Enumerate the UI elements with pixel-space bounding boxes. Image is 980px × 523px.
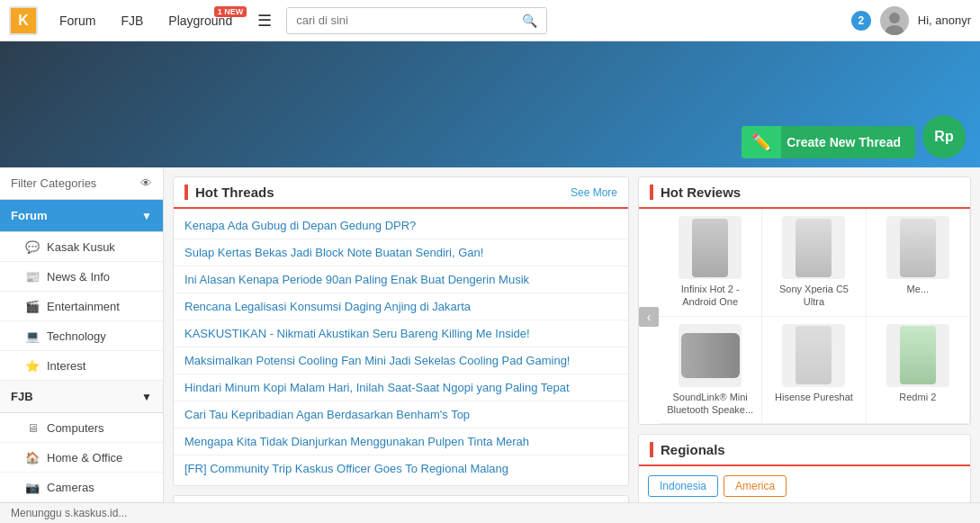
regionals-tags: Indonesia America xyxy=(639,466,970,506)
review-img-3 xyxy=(886,216,949,279)
sidebar-item-kasak-kusuk[interactable]: 💬 Kasak Kusuk xyxy=(0,232,163,262)
playground-badge: 1 NEW xyxy=(214,6,247,17)
status-text: Menunggu s.kaskus.id... xyxy=(11,507,127,519)
hot-threads-card: Hot Threads See More Kenapa Ada Gubug di… xyxy=(173,176,629,486)
rp-button[interactable]: Rp xyxy=(922,115,966,158)
sidebar: Filter Categories 👁 Forum ▼ 💬 Kasak Kusu… xyxy=(0,167,164,523)
sidebar-header-fjb[interactable]: FJB ▼ xyxy=(0,381,163,413)
review-img-hisense xyxy=(782,324,845,387)
reviews-grid: Infinix Hot 2 - Android One Sony Xperia … xyxy=(659,209,970,424)
regionals-card: Regionals Indonesia America xyxy=(638,434,971,507)
notification-badge[interactable]: 2 xyxy=(851,11,871,31)
review-item-sony[interactable]: Sony Xperia C5 Ultra xyxy=(762,209,866,317)
camera-icon: 📷 xyxy=(25,480,40,494)
nav-fjb[interactable]: FJB xyxy=(110,8,154,33)
thread-item[interactable]: Kenapa Ada Gubug di Depan Gedung DPR? xyxy=(174,212,628,239)
technology-icon: 💻 xyxy=(25,329,40,343)
search-input[interactable] xyxy=(287,8,513,32)
filter-label: Filter Categories xyxy=(11,176,96,190)
search-box: 🔍 xyxy=(286,7,547,34)
regionals-title: Regionals xyxy=(650,442,725,457)
review-name-soundlink: SoundLink® Mini Bluetooth Speake... xyxy=(666,391,754,417)
regional-tag-america[interactable]: America xyxy=(724,475,787,497)
thread-item[interactable]: Maksimalkan Potensi Cooling Fan Mini Jad… xyxy=(174,347,628,374)
thread-item[interactable]: Hindari Minum Kopi Malam Hari, Inilah Sa… xyxy=(174,374,628,401)
filter-icon[interactable]: 👁 xyxy=(140,176,152,190)
regionals-header: Regionals xyxy=(639,435,970,466)
status-bar: Menunggu s.kaskus.id... xyxy=(0,502,980,523)
thread-item[interactable]: KASKUSTIKAN - Nikmati Akustikan Seru Bar… xyxy=(174,320,628,347)
logo[interactable]: K xyxy=(9,6,38,35)
review-name-redmi: Redmi 2 xyxy=(874,391,962,403)
hot-threads-title: Hot Threads xyxy=(184,185,274,200)
review-item-soundlink[interactable]: SoundLink® Mini Bluetooth Speake... xyxy=(659,317,762,425)
nav-forum[interactable]: Forum xyxy=(49,8,106,33)
sidebar-header-forum[interactable]: Forum ▼ xyxy=(0,200,163,232)
review-name-3: Me... xyxy=(874,283,962,295)
top-nav: K Forum FJB Playground 1 NEW ☰ 🔍 2 Hi, a… xyxy=(0,0,980,41)
sidebar-item-interest[interactable]: ⭐ Interest xyxy=(0,351,163,381)
main-layout: Filter Categories 👁 Forum ▼ 💬 Kasak Kusu… xyxy=(0,167,980,523)
review-name-sony: Sony Xperia C5 Ultra xyxy=(769,283,858,309)
home-icon: 🏠 xyxy=(25,450,40,464)
reviews-title: Hot Reviews xyxy=(650,185,741,200)
sidebar-item-entertainment[interactable]: 🎬 Entertainment xyxy=(0,292,163,321)
review-name-hisense: Hisense Pureshat xyxy=(769,391,858,403)
thread-item[interactable]: Rencana Legalisasi Konsumsi Daging Anjin… xyxy=(174,293,628,320)
thread-item[interactable]: Sulap Kertas Bekas Jadi Block Note Buata… xyxy=(174,239,628,266)
sidebar-filter: Filter Categories 👁 xyxy=(0,167,163,200)
nav-right: 2 Hi, anonyr xyxy=(851,6,971,35)
review-item-3[interactable]: Me... xyxy=(867,209,970,317)
hot-reviews-card: Hot Reviews ‹ Infinix Hot 2 - Android On… xyxy=(638,176,971,425)
sidebar-section-forum: Forum ▼ 💬 Kasak Kusuk 📰 News & Info 🎬 En… xyxy=(0,200,163,381)
review-img-soundlink xyxy=(679,324,742,387)
two-col-layout: Hot Threads See More Kenapa Ada Gubug di… xyxy=(173,176,971,523)
avatar[interactable] xyxy=(880,6,909,35)
review-item-hisense[interactable]: Hisense Pureshat xyxy=(762,317,866,425)
interest-icon: ⭐ xyxy=(25,358,40,373)
sidebar-item-computers[interactable]: 🖥 Computers xyxy=(0,413,163,443)
hot-threads-header: Hot Threads See More xyxy=(174,177,628,209)
user-greeting: Hi, anonyr xyxy=(918,14,971,27)
content-area: Hot Threads See More Kenapa Ada Gubug di… xyxy=(164,167,980,523)
chat-icon: 💬 xyxy=(25,239,40,254)
regional-tag-indonesia[interactable]: Indonesia xyxy=(648,475,718,497)
search-button[interactable]: 🔍 xyxy=(513,8,546,33)
pencil-icon: ✏️ xyxy=(742,126,781,158)
chevron-down-icon: ▼ xyxy=(141,210,152,222)
thread-item[interactable]: Cari Tau Kepribadian Agan Berdasarkan Be… xyxy=(174,401,628,428)
reviews-header: Hot Reviews xyxy=(639,177,970,209)
reviews-content: ‹ Infinix Hot 2 - Android One xyxy=(639,209,970,424)
svg-point-1 xyxy=(889,13,900,23)
nav-links: Forum FJB Playground 1 NEW xyxy=(49,8,243,33)
sidebar-item-cameras[interactable]: 📷 Cameras xyxy=(0,473,163,502)
thread-item[interactable]: Ini Alasan Kenapa Periode 90an Paling En… xyxy=(174,266,628,293)
hamburger-icon[interactable]: ☰ xyxy=(250,5,279,36)
review-name-infinix: Infinix Hot 2 - Android One xyxy=(666,283,754,309)
chevron-down-icon-fjb: ▼ xyxy=(141,391,152,403)
thread-item[interactable]: Mengapa Kita Tidak Dianjurkan Menggunaka… xyxy=(174,428,628,455)
sidebar-item-home-office[interactable]: 🏠 Home & Office xyxy=(0,443,163,473)
reviews-prev-button[interactable]: ‹ xyxy=(639,307,659,327)
entertainment-icon: 🎬 xyxy=(25,299,40,313)
banner-area: ✏️ Create New Thread Rp xyxy=(0,41,980,167)
computers-icon: 🖥 xyxy=(25,420,40,435)
news-icon: 📰 xyxy=(25,269,40,284)
sidebar-item-technology[interactable]: 💻 Technology xyxy=(0,321,163,351)
nav-playground[interactable]: Playground 1 NEW xyxy=(157,8,243,33)
col-right: Hot Reviews ‹ Infinix Hot 2 - Android On… xyxy=(638,176,971,523)
review-item-infinix[interactable]: Infinix Hot 2 - Android One xyxy=(659,209,762,317)
review-img-infinix xyxy=(679,216,742,279)
sidebar-item-news-info[interactable]: 📰 News & Info xyxy=(0,262,163,292)
review-item-redmi[interactable]: Redmi 2 xyxy=(867,317,970,425)
create-thread-button[interactable]: ✏️ Create New Thread xyxy=(742,126,915,158)
review-img-sony xyxy=(782,216,845,279)
hot-threads-see-more[interactable]: See More xyxy=(571,186,617,199)
col-left: Hot Threads See More Kenapa Ada Gubug di… xyxy=(173,176,629,523)
review-img-redmi xyxy=(886,324,949,387)
thread-item[interactable]: [FR] Community Trip Kaskus Officer Goes … xyxy=(174,455,628,482)
thread-list: Kenapa Ada Gubug di Depan Gedung DPR? Su… xyxy=(174,209,628,485)
